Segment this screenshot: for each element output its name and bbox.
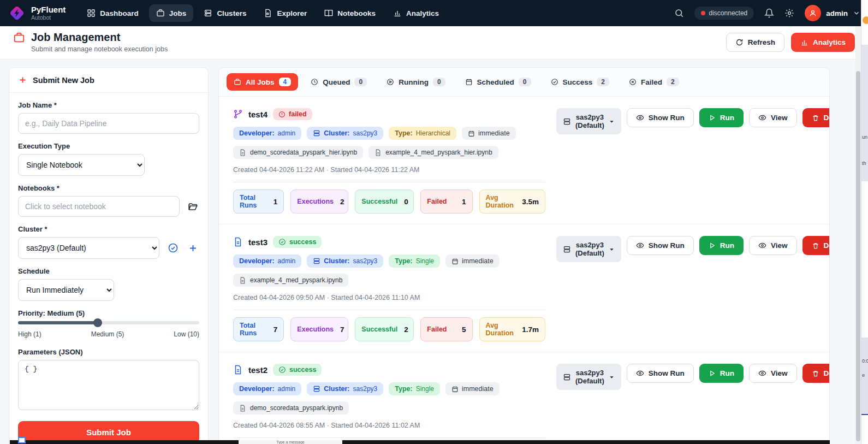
show-run-label: Show Run <box>649 114 685 122</box>
tab-running[interactable]: Running 0 <box>379 73 452 91</box>
verify-cluster-button[interactable] <box>167 241 180 254</box>
type-label: Type: <box>395 129 412 137</box>
parameters-json-field[interactable]: { } <box>18 360 199 410</box>
type-label: Type: <box>395 385 412 393</box>
tab-failed[interactable]: Failed 2 <box>622 73 686 91</box>
tab-label: All Jobs <box>246 78 275 86</box>
status-label: success <box>289 238 316 246</box>
tab-label: Scheduled <box>477 78 514 86</box>
gear-icon[interactable] <box>784 8 794 18</box>
view-button[interactable]: View <box>749 108 797 127</box>
top-navbar: PyFluent Autobot Dashboard Jobs Clusters… <box>0 0 868 26</box>
created-started-line: Created 04-04-2026 11:22 AM · Started 04… <box>233 166 545 174</box>
priority-slider-thumb[interactable] <box>93 318 102 327</box>
clock-icon <box>311 78 318 86</box>
tab-queued[interactable]: Queued 0 <box>304 73 374 91</box>
developer-badge: Developer: admin <box>233 254 301 268</box>
run-cluster-select[interactable]: sas2py3 (Default) <box>556 236 621 262</box>
bar-chart-icon <box>393 9 402 17</box>
connection-status-label: disconnected <box>709 9 748 17</box>
run-cluster-value: sas2py3 (Default) <box>575 241 604 257</box>
divider <box>233 182 545 182</box>
run-button[interactable]: Run <box>699 108 744 127</box>
failed-stat: Failed5 <box>420 317 472 341</box>
tab-all-jobs[interactable]: All Jobs 4 <box>227 73 298 91</box>
run-button[interactable]: Run <box>699 236 744 255</box>
scrollbar-thumb[interactable] <box>856 71 860 441</box>
cluster-value: sas2py3 <box>353 257 378 265</box>
nav-item-notebooks[interactable]: Notebooks <box>317 4 383 22</box>
view-button[interactable]: View <box>749 236 797 255</box>
stat-label: Successful <box>361 325 397 333</box>
search-icon[interactable] <box>674 8 684 18</box>
page-header: Job Management Submit and manage noteboo… <box>0 26 868 60</box>
notebooks-field[interactable] <box>18 196 180 217</box>
stat-label: Failed <box>427 325 447 333</box>
nav-item-analytics[interactable]: Analytics <box>386 4 446 22</box>
schedule-badge: immediate <box>445 254 500 268</box>
stat-label: Executions <box>297 198 334 205</box>
run-cluster-select[interactable]: sas2py3 (Default) <box>556 364 621 390</box>
nav-label: Jobs <box>169 9 187 17</box>
run-cluster-select[interactable]: sas2py3 (Default) <box>556 108 621 134</box>
run-button[interactable]: Run <box>699 364 744 383</box>
calendar-icon <box>451 258 459 265</box>
pyfluent-logo-icon <box>8 4 26 22</box>
tab-label: Failed <box>641 78 662 86</box>
stat-value: 7 <box>340 325 344 334</box>
show-run-button[interactable]: Show Run <box>627 108 694 127</box>
chevron-down-icon <box>853 9 860 17</box>
show-run-button[interactable]: Show Run <box>627 236 694 255</box>
add-cluster-button[interactable] <box>187 242 199 254</box>
avg-duration-stat: Avg Duration3.5m <box>479 190 545 214</box>
file-text-icon <box>239 405 246 412</box>
stat-label: Total Runs <box>240 194 267 209</box>
type-badge: Type: Single <box>389 254 440 268</box>
job-name-field[interactable] <box>18 113 199 134</box>
server-stack-icon <box>563 245 571 253</box>
server-stack-icon <box>204 9 212 17</box>
status-badge: failed <box>273 108 312 120</box>
delete-button[interactable]: Delete <box>802 364 830 383</box>
bell-icon[interactable] <box>764 8 774 18</box>
brand[interactable]: PyFluent Autobot <box>8 4 66 22</box>
status-badge: success <box>273 364 322 376</box>
folder-browse-button[interactable] <box>187 200 199 213</box>
priority-slider[interactable] <box>18 321 199 324</box>
stat-label: Failed <box>427 198 447 205</box>
nav-label: Analytics <box>406 9 439 17</box>
notebooks-label: Notebooks * <box>18 184 199 192</box>
user-menu[interactable]: admin <box>805 5 860 21</box>
nav-item-jobs[interactable]: Jobs <box>149 4 194 22</box>
cluster-badge: Cluster: sas2py3 <box>307 127 383 140</box>
job-name: test3 <box>248 238 267 247</box>
nav-item-explorer[interactable]: Explorer <box>257 4 314 22</box>
view-button[interactable]: View <box>749 364 797 383</box>
cluster-select[interactable]: sas2py3 (Default) <box>18 237 159 259</box>
nav-item-dashboard[interactable]: Dashboard <box>80 4 146 22</box>
play-icon <box>709 114 716 121</box>
nav-label: Explorer <box>277 9 307 17</box>
folder-icon <box>188 202 198 212</box>
delete-button[interactable]: Delete <box>802 236 830 255</box>
page-title: Job Management <box>31 31 120 44</box>
vertical-scrollbar[interactable] <box>855 26 861 444</box>
developer-label: Developer: <box>239 385 275 393</box>
analytics-button[interactable]: Analytics <box>791 33 855 52</box>
tab-scheduled[interactable]: Scheduled 0 <box>458 73 538 91</box>
file-text-icon <box>374 149 382 156</box>
schedule-badge: immediate <box>445 382 500 395</box>
server-stack-icon <box>313 257 320 265</box>
execution-type-select[interactable]: Single Notebook <box>18 154 145 176</box>
schedule-select[interactable]: Run Immediately <box>18 279 114 301</box>
delete-button[interactable]: Delete <box>802 108 830 127</box>
tab-success[interactable]: Success 2 <box>544 73 616 91</box>
developer-value: admin <box>278 129 296 137</box>
cluster-label: Cluster: <box>324 385 349 393</box>
server-stack-icon <box>313 129 320 137</box>
nav-item-clusters[interactable]: Clusters <box>197 4 253 22</box>
refresh-button[interactable]: Refresh <box>726 33 784 52</box>
show-run-button[interactable]: Show Run <box>627 364 694 383</box>
stat-value: 2 <box>340 198 344 206</box>
delete-label: Delete <box>824 241 830 250</box>
